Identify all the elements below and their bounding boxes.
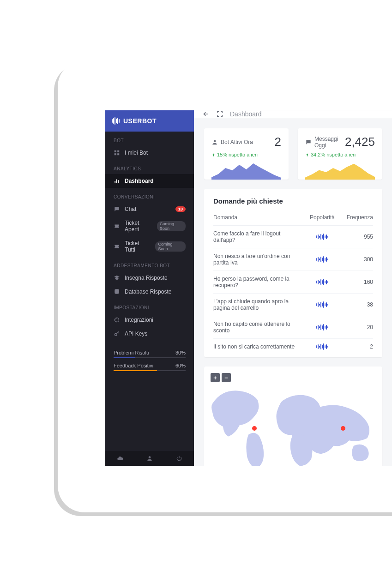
brand-name: USERBOT — [123, 117, 157, 125]
chat-icon — [114, 206, 120, 212]
cell-popularity — [304, 339, 341, 355]
cell-popularity — [304, 226, 341, 248]
cell-frequency: 955 — [341, 226, 373, 248]
svg-point-10 — [149, 456, 151, 458]
sidebar-item-label: I miei Bot — [125, 150, 148, 156]
cell-question: Il sito non si carica correttamente — [213, 339, 304, 355]
popularity-spark — [304, 343, 341, 350]
grid-icon — [114, 150, 120, 156]
plug-icon — [114, 317, 120, 323]
sidebar: USERBOT BOTI miei BotANALYTICSDashboardC… — [105, 110, 194, 466]
table-row[interactable]: L'app si chiude quando apro la pagina de… — [213, 294, 373, 316]
popularity-spark — [304, 234, 341, 240]
sidebar-item-dashboard[interactable]: Dashboard — [105, 174, 194, 188]
user-icon[interactable] — [146, 455, 153, 462]
section-label: BOT — [105, 132, 194, 146]
database-icon — [114, 288, 120, 295]
svg-point-9 — [115, 333, 117, 336]
sidebar-item-api-keys[interactable]: API Keys — [105, 327, 194, 341]
cell-question: Ho perso la password, come la recupero? — [213, 271, 304, 294]
person-icon — [211, 139, 218, 145]
cell-frequency: 38 — [341, 294, 373, 316]
cell-question: Come faccio a fare il logout dall'app? — [213, 226, 304, 248]
cell-question: Non ho capito come ottenere lo sconto — [213, 316, 304, 339]
back-arrow-icon[interactable] — [202, 110, 210, 118]
section-label: IMPOSTAZIONI — [105, 299, 194, 313]
sidebar-item-label: Ticket Aperti — [125, 220, 152, 233]
svg-rect-2 — [115, 153, 116, 155]
svg-rect-4 — [115, 181, 115, 183]
fullscreen-icon[interactable] — [216, 110, 223, 118]
sidebar-item-tickets-all[interactable]: Ticket TuttiComing Soon — [105, 236, 194, 257]
sidebar-item-label: Database Risposte — [125, 288, 171, 295]
sidebar-item-teach[interactable]: Insegna Risposte — [105, 271, 194, 285]
kpi-title: Messaggi Oggi — [314, 136, 345, 149]
progress-bar — [114, 370, 186, 371]
zoom-out-button[interactable]: − — [222, 373, 231, 382]
popularity-spark — [304, 279, 341, 285]
section-label: CONVERSAZIONI — [105, 188, 194, 202]
arrow-up-icon — [305, 153, 309, 157]
ticket-icon — [114, 243, 120, 250]
badge-count: 10 — [175, 206, 186, 212]
kpi-delta: 15% rispetto a ieri — [211, 152, 281, 157]
sidebar-item-label: Dashboard — [125, 178, 154, 184]
col-popularity: Popolarità — [304, 211, 341, 226]
content: Bot Attivi Ora 2 15% rispetto a ieri Mes… — [194, 118, 392, 466]
main-area: Dashboard Bot Attivi Ora 2 15% rispetto … — [194, 110, 392, 466]
topbar: Dashboard — [194, 110, 392, 118]
progress-row: Problemi Risolti30% — [114, 350, 186, 355]
cloud-icon[interactable] — [117, 455, 123, 462]
app-screen: USERBOT BOTI miei BotANALYTICSDashboardC… — [105, 110, 392, 466]
table-row[interactable]: Non riesco a fare un'ordine con partita … — [213, 248, 373, 271]
progress-label: Problemi Risolti — [114, 350, 149, 355]
teach-icon — [114, 275, 120, 281]
progress-value: 60% — [175, 363, 186, 368]
zoom-in-button[interactable]: + — [211, 373, 220, 382]
kpi-sparkline — [211, 161, 281, 180]
progress-label: Feedback Positivi — [114, 363, 153, 368]
sidebar-footer — [105, 451, 194, 466]
map-point[interactable] — [341, 426, 345, 431]
section-label: ANALYTICS — [105, 160, 194, 174]
chart-icon — [114, 178, 120, 184]
popularity-spark — [304, 256, 341, 263]
kpi-delta: 34.2% rispetto a ieri — [305, 152, 375, 157]
brand-logo-icon — [112, 117, 120, 125]
svg-rect-13 — [307, 142, 309, 142]
sidebar-item-tickets-open[interactable]: Ticket ApertiComing Soon — [105, 216, 194, 236]
key-icon — [114, 331, 120, 337]
sidebar-item-label: API Keys — [125, 331, 147, 337]
badge-coming-soon: Coming Soon — [155, 241, 186, 252]
cell-question: Non riesco a fare un'ordine con partita … — [213, 248, 304, 271]
world-map[interactable] — [209, 383, 382, 466]
kpi-card-messages-today: Messaggi Oggi 2,425 34.2% rispetto a ier… — [298, 128, 382, 180]
col-frequency: Frequenza — [341, 211, 373, 226]
sidebar-item-database[interactable]: Database Risposte — [105, 285, 194, 299]
kpi-value: 2,425 — [345, 135, 375, 149]
brand-bar: USERBOT — [105, 110, 194, 132]
table-row[interactable]: Ho perso la password, come la recupero? … — [213, 271, 373, 294]
table-row[interactable]: Il sito non si carica correttamente 2 — [213, 339, 373, 355]
sidebar-item-chat[interactable]: Chat10 — [105, 202, 194, 216]
kpi-card-bots-active: Bot Attivi Ora 2 15% rispetto a ieri — [204, 128, 289, 180]
svg-rect-12 — [307, 141, 310, 141]
sidebar-item-label: Chat — [125, 206, 136, 212]
power-icon[interactable] — [176, 455, 182, 462]
arrow-up-icon — [211, 153, 216, 157]
table-row[interactable]: Non ho capito come ottenere lo sconto 20 — [213, 316, 373, 339]
progress-fill — [114, 357, 135, 358]
sidebar-item-my-bots[interactable]: I miei Bot — [105, 146, 194, 160]
cell-popularity — [304, 271, 341, 294]
table-row[interactable]: Come faccio a fare il logout dall'app? 9… — [213, 226, 373, 248]
map-card: + − — [204, 367, 382, 466]
kpi-sparkline — [305, 161, 375, 180]
sidebar-item-integrations[interactable]: Integrazioni — [105, 313, 194, 327]
cell-popularity — [304, 294, 341, 316]
svg-rect-1 — [117, 150, 119, 152]
popularity-spark — [304, 324, 341, 331]
kpi-value: 2 — [275, 135, 281, 149]
questions-card: Domande più chieste Domanda Popolarità F… — [204, 189, 382, 357]
sidebar-item-label: Ticket Tutti — [125, 240, 151, 253]
svg-rect-3 — [117, 153, 119, 155]
